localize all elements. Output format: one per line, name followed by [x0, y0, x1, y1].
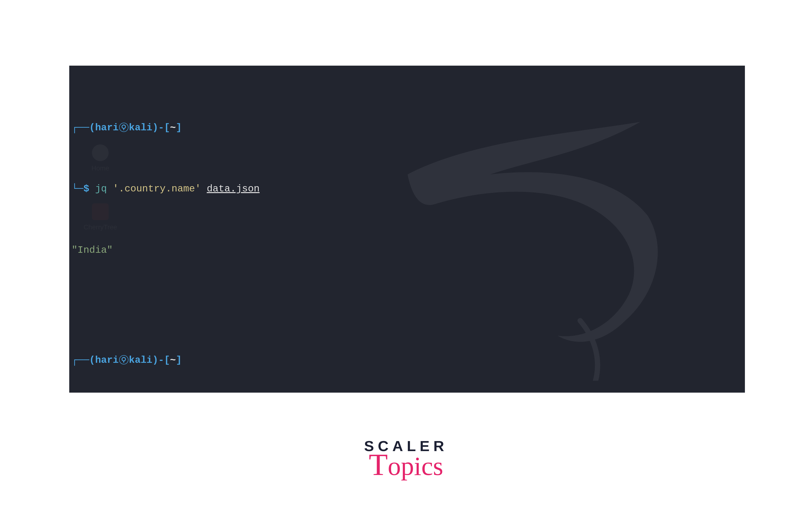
command-arg: '.country.name' [113, 183, 201, 195]
terminal-window[interactable]: Home CherryTree ┌──(harikali)-[~] └─$ jq… [69, 65, 745, 393]
prompt-user: hari [95, 122, 118, 134]
scaler-topics-logo: SCALER Topics [364, 437, 448, 479]
prompt-cwd: ~ [170, 122, 176, 134]
box-draw-top-left: ┌── [72, 354, 89, 366]
logo-topics-text: Topics [364, 451, 448, 479]
svg-point-0 [122, 125, 126, 129]
prompt-1-line-1: ┌──(harikali)-[~] [72, 122, 742, 134]
box-draw-bottom-left: └─ [72, 183, 83, 195]
prompt-2-line-1: ┌──(harikali)-[~] [72, 354, 742, 366]
prompt-dollar: $ [83, 183, 89, 195]
prompt-host: kali [129, 354, 152, 366]
svg-point-2 [122, 357, 126, 361]
command-output: "India" [72, 244, 742, 257]
prompt-host: kali [129, 122, 152, 134]
prompt-1-line-2: └─$ jq '.country.name' data.json [72, 183, 742, 195]
command-file: data.json [207, 183, 260, 195]
box-draw-top-left: ┌── [72, 122, 89, 134]
skull-separator-icon [119, 123, 128, 132]
command-binary: jq [95, 183, 107, 195]
logo-scaler-text: SCALER [364, 437, 448, 455]
skull-separator-icon [119, 355, 128, 364]
prompt-cwd: ~ [170, 354, 176, 366]
terminal-content: ┌──(harikali)-[~] └─$ jq '.country.name'… [69, 65, 745, 393]
prompt-user: hari [95, 354, 118, 366]
